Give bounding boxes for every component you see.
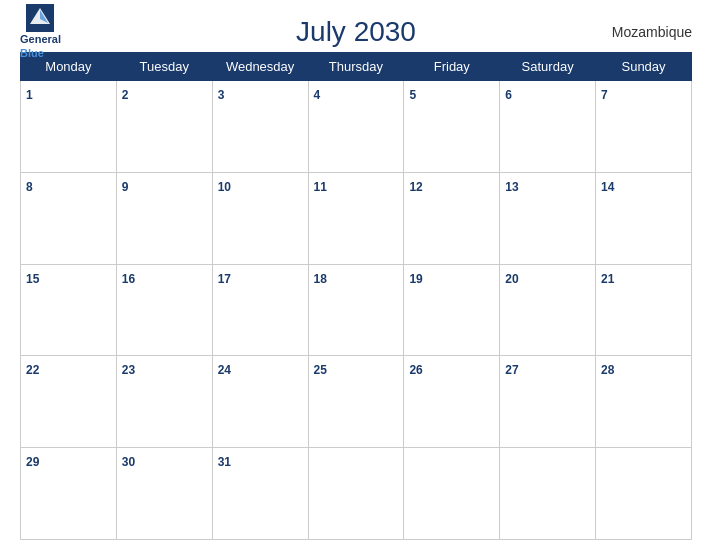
calendar-cell: 7 — [596, 81, 692, 173]
week-row-2: 891011121314 — [21, 172, 692, 264]
day-number: 17 — [218, 272, 231, 286]
day-number: 19 — [409, 272, 422, 286]
week-row-3: 15161718192021 — [21, 264, 692, 356]
calendar-cell: 29 — [21, 448, 117, 540]
calendar-cell: 30 — [116, 448, 212, 540]
day-number: 25 — [314, 363, 327, 377]
day-number: 3 — [218, 88, 225, 102]
calendar-cell: 28 — [596, 356, 692, 448]
logo: General Blue — [20, 4, 61, 59]
day-number: 27 — [505, 363, 518, 377]
logo-icon — [26, 4, 54, 32]
calendar-cell: 16 — [116, 264, 212, 356]
calendar-cell: 24 — [212, 356, 308, 448]
logo-general: General — [20, 33, 61, 46]
day-number: 2 — [122, 88, 129, 102]
calendar-cell: 4 — [308, 81, 404, 173]
day-number: 24 — [218, 363, 231, 377]
day-number: 12 — [409, 180, 422, 194]
calendar-cell: 31 — [212, 448, 308, 540]
day-number: 13 — [505, 180, 518, 194]
day-number: 28 — [601, 363, 614, 377]
calendar-cell: 12 — [404, 172, 500, 264]
day-number: 18 — [314, 272, 327, 286]
day-header-tuesday: Tuesday — [116, 53, 212, 81]
month-title: July 2030 — [296, 16, 416, 48]
calendar-cell — [596, 448, 692, 540]
day-number: 31 — [218, 455, 231, 469]
day-number: 10 — [218, 180, 231, 194]
calendar-cell: 1 — [21, 81, 117, 173]
calendar-cell — [308, 448, 404, 540]
calendar-cell: 13 — [500, 172, 596, 264]
calendar-cell: 3 — [212, 81, 308, 173]
week-row-5: 293031 — [21, 448, 692, 540]
calendar-cell: 26 — [404, 356, 500, 448]
calendar-cell: 14 — [596, 172, 692, 264]
calendar-cell: 20 — [500, 264, 596, 356]
day-number: 14 — [601, 180, 614, 194]
calendar-cell: 8 — [21, 172, 117, 264]
day-number: 23 — [122, 363, 135, 377]
day-header-friday: Friday — [404, 53, 500, 81]
logo-blue: Blue — [20, 47, 61, 60]
calendar-cell: 6 — [500, 81, 596, 173]
day-number: 5 — [409, 88, 416, 102]
day-number: 11 — [314, 180, 327, 194]
calendar-cell: 21 — [596, 264, 692, 356]
day-number: 30 — [122, 455, 135, 469]
day-number: 4 — [314, 88, 321, 102]
calendar-cell: 9 — [116, 172, 212, 264]
day-number: 21 — [601, 272, 614, 286]
day-number: 22 — [26, 363, 39, 377]
calendar-cell: 19 — [404, 264, 500, 356]
day-header-thursday: Thursday — [308, 53, 404, 81]
day-number: 15 — [26, 272, 39, 286]
day-number: 20 — [505, 272, 518, 286]
day-number: 1 — [26, 88, 33, 102]
day-number: 6 — [505, 88, 512, 102]
calendar-cell: 2 — [116, 81, 212, 173]
calendar-cell — [404, 448, 500, 540]
day-number: 29 — [26, 455, 39, 469]
calendar-cell: 17 — [212, 264, 308, 356]
day-headers-row: MondayTuesdayWednesdayThursdayFridaySatu… — [21, 53, 692, 81]
calendar-cell — [500, 448, 596, 540]
day-number: 8 — [26, 180, 33, 194]
calendar-cell: 5 — [404, 81, 500, 173]
calendar-cell: 22 — [21, 356, 117, 448]
calendar-table: MondayTuesdayWednesdayThursdayFridaySatu… — [20, 52, 692, 540]
calendar-cell: 15 — [21, 264, 117, 356]
day-header-sunday: Sunday — [596, 53, 692, 81]
calendar-cell: 10 — [212, 172, 308, 264]
day-number: 9 — [122, 180, 129, 194]
day-header-saturday: Saturday — [500, 53, 596, 81]
day-number: 26 — [409, 363, 422, 377]
day-number: 16 — [122, 272, 135, 286]
day-number: 7 — [601, 88, 608, 102]
calendar-cell: 23 — [116, 356, 212, 448]
country-label: Mozambique — [612, 24, 692, 40]
week-row-1: 1234567 — [21, 81, 692, 173]
day-header-wednesday: Wednesday — [212, 53, 308, 81]
calendar-cell: 11 — [308, 172, 404, 264]
calendar-cell: 27 — [500, 356, 596, 448]
week-row-4: 22232425262728 — [21, 356, 692, 448]
calendar-header: General Blue July 2030 Mozambique — [20, 16, 692, 48]
calendar-cell: 25 — [308, 356, 404, 448]
calendar-cell: 18 — [308, 264, 404, 356]
